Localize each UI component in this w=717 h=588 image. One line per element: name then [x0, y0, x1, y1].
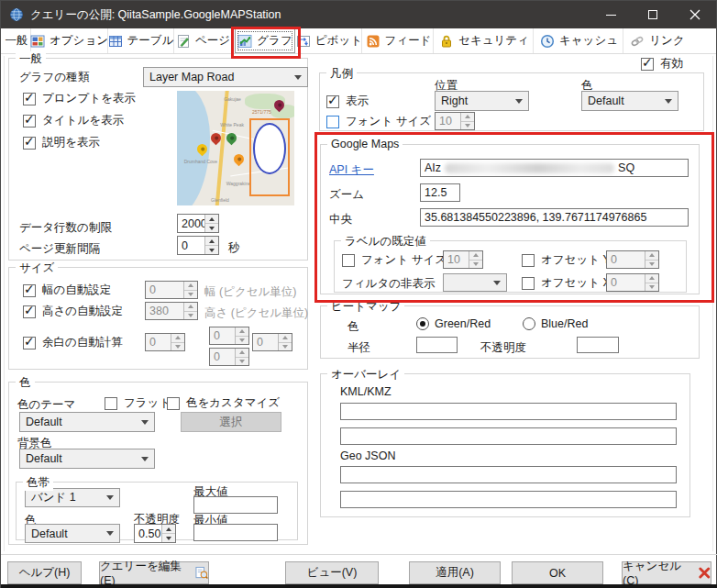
- center-input[interactable]: 35.681384550223896, 139.7671174976865: [420, 208, 689, 227]
- show-desc-checkbox[interactable]: ✓: [23, 137, 36, 150]
- tab-graph[interactable]: グラフ: [235, 28, 295, 53]
- tab-pivot[interactable]: ピボット: [297, 28, 362, 53]
- kml-label: KML/KMZ: [340, 385, 392, 398]
- apply-button[interactable]: 適用(A): [409, 561, 501, 584]
- group-label-defaults-legend: ラベルの既定値: [341, 234, 430, 250]
- label-font-size-checkbox[interactable]: [342, 254, 355, 267]
- lock-icon: [439, 34, 454, 49]
- spinner-down-icon[interactable]: [205, 224, 218, 232]
- legend-show-checkbox[interactable]: ✓: [326, 95, 339, 108]
- chevron-down-icon: [106, 531, 114, 536]
- tab-options[interactable]: オプション: [31, 28, 108, 53]
- group-heatmap-legend: ヒートマップ: [327, 299, 404, 315]
- margin-right-value: 0: [253, 334, 278, 350]
- row-limit-spinner[interactable]: 2000: [177, 214, 219, 233]
- spinner-down-icon: [645, 261, 658, 269]
- auto-height-checkbox[interactable]: ✓: [23, 305, 36, 318]
- footer-separator: [1, 554, 717, 555]
- tab-link[interactable]: リンク: [625, 28, 689, 53]
- enabled-checkbox[interactable]: ✓: [641, 58, 654, 71]
- position-value: Right: [441, 94, 515, 107]
- legend-font-size-checkbox[interactable]: [326, 116, 339, 128]
- spinner-down-icon[interactable]: [162, 534, 175, 542]
- search-document-icon: [195, 566, 208, 580]
- margin-top-value: 0: [210, 327, 235, 344]
- flat-checkbox[interactable]: [105, 397, 117, 410]
- green-red-radio[interactable]: [416, 317, 429, 330]
- spinner-down-icon: [469, 261, 482, 269]
- spinner-up-icon[interactable]: [205, 215, 218, 224]
- spinner-down-icon: [236, 337, 248, 345]
- label-font-size-spinner: 10: [443, 250, 483, 269]
- api-key-link[interactable]: API キー: [329, 162, 374, 178]
- chart-type-combo[interactable]: Layer Map Road: [143, 67, 308, 87]
- min-value-input[interactable]: [193, 524, 278, 541]
- view-button[interactable]: ビュー(V): [285, 561, 379, 584]
- tab-page[interactable]: ページ: [174, 28, 233, 53]
- band-color-combo[interactable]: Default: [25, 524, 120, 543]
- tab-cache[interactable]: キャッシュ: [535, 28, 623, 53]
- band-opacity-spinner[interactable]: 0.50: [134, 524, 176, 543]
- height-value: 380: [146, 303, 183, 319]
- api-key-input[interactable]: AIz SQ: [420, 159, 689, 177]
- blue-red-radio[interactable]: [523, 317, 535, 330]
- radius-input[interactable]: [416, 337, 458, 353]
- legend-font-size-spinner: 10: [435, 112, 475, 130]
- tab-table[interactable]: テーブル: [108, 28, 174, 53]
- spinner-down-icon: [171, 343, 184, 351]
- select-color-button[interactable]: 選択: [181, 412, 281, 432]
- bg-color-combo[interactable]: Default: [19, 449, 155, 469]
- geojson-label: Geo JSON: [340, 449, 395, 462]
- heatmap-opacity-input[interactable]: [577, 337, 619, 353]
- map-place-label: 2571/775: [252, 109, 271, 115]
- legend-show-row: ✓ 表示: [326, 94, 369, 109]
- minimize-button[interactable]: [590, 1, 632, 28]
- tab-general[interactable]: 一般: [3, 28, 31, 53]
- auto-margin-checkbox[interactable]: ✓: [23, 337, 36, 349]
- tab-label: 一般: [6, 33, 28, 49]
- kml-input-2[interactable]: [340, 427, 677, 445]
- spinner-down-icon[interactable]: [205, 246, 218, 254]
- show-prompt-row: ✓ プロンプトを表示: [23, 91, 136, 106]
- radius-label: 半径: [347, 340, 370, 356]
- band-combo[interactable]: バンド 1: [25, 488, 120, 507]
- spinner-up-icon[interactable]: [205, 237, 218, 246]
- max-value-input[interactable]: [193, 496, 278, 514]
- tab-label: グラフ: [257, 33, 292, 49]
- band-color-value: Default: [31, 527, 106, 540]
- show-title-checkbox[interactable]: ✓: [23, 115, 36, 128]
- auto-height-row: ✓ 高さの自動設定: [23, 304, 123, 319]
- offset-x-checkbox[interactable]: [522, 277, 535, 290]
- row-limit-label: データ行数の制限: [19, 220, 112, 236]
- show-prompt-checkbox[interactable]: ✓: [23, 93, 36, 105]
- refresh-interval-spinner[interactable]: 0: [177, 236, 219, 255]
- legend-color-value: Default: [588, 94, 665, 107]
- maximize-button[interactable]: [632, 1, 674, 28]
- edit-query-button[interactable]: クエリーを編集(E): [99, 561, 209, 584]
- close-button[interactable]: [674, 1, 716, 28]
- geojson-input-1[interactable]: [340, 466, 677, 483]
- title-bar: クエリーの公開: QiitaSample.GoogleMAPStation: [1, 1, 716, 28]
- customize-color-label: 色をカスタマイズ: [186, 395, 280, 411]
- cancel-button[interactable]: キャンセル(C): [622, 561, 711, 584]
- help-button[interactable]: ヘルプ(H): [7, 561, 82, 584]
- show-desc-row: ✓ 説明を表示: [23, 135, 100, 150]
- zoom-input[interactable]: 12.5: [420, 183, 460, 202]
- color-theme-value: Default: [26, 416, 141, 428]
- hide-filter-combo[interactable]: [443, 273, 507, 292]
- tab-feed[interactable]: フィード: [364, 28, 434, 53]
- ok-button[interactable]: OK: [512, 561, 603, 584]
- color-theme-combo[interactable]: Default: [19, 412, 155, 432]
- offset-y-checkbox[interactable]: [522, 254, 535, 267]
- kml-input-1[interactable]: [340, 403, 677, 420]
- close-icon: [689, 9, 700, 20]
- auto-width-checkbox[interactable]: ✓: [23, 284, 36, 297]
- legend-color-combo[interactable]: Default: [581, 91, 678, 111]
- tab-label: テーブル: [127, 33, 174, 49]
- position-combo[interactable]: Right: [435, 91, 529, 111]
- spinner-up-icon[interactable]: [162, 525, 175, 534]
- geojson-input-2[interactable]: [340, 491, 677, 508]
- margin-left-value: 0: [146, 334, 171, 350]
- customize-color-checkbox[interactable]: [167, 397, 180, 410]
- tab-security[interactable]: セキュリティ: [436, 28, 534, 53]
